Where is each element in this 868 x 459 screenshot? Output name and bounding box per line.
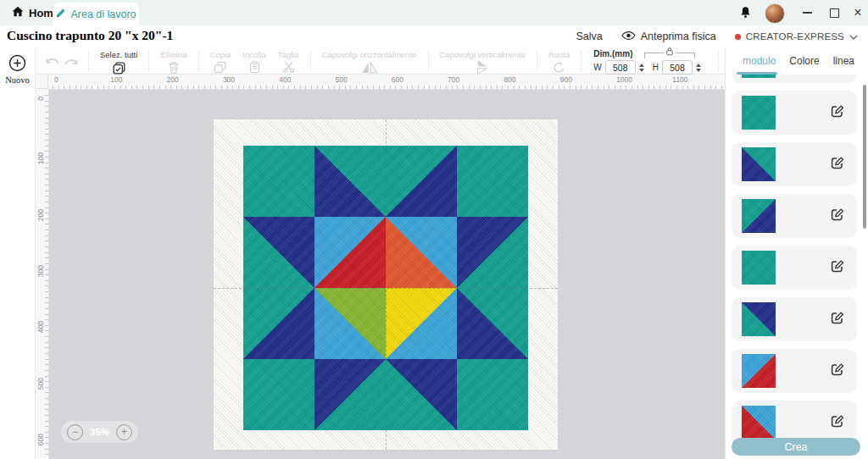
zoom-in-button[interactable]: + — [116, 424, 132, 440]
create-button[interactable]: Crea — [732, 438, 860, 456]
cut-button[interactable]: Taglia — [272, 47, 305, 74]
edit-module-icon[interactable] — [829, 207, 845, 225]
quilt-cell-triangle — [314, 288, 386, 359]
app-window: Home Area di lavoro × Cuscino trapunto 2… — [0, 0, 868, 459]
v-ruler-label: 200 — [36, 209, 45, 221]
center-guide-vertical — [386, 119, 387, 450]
module-card[interactable] — [732, 194, 857, 238]
module-thumbnail — [742, 354, 776, 388]
rotate-icon — [553, 61, 565, 74]
restore-window-button[interactable] — [822, 0, 846, 25]
quilt-cell[interactable] — [314, 359, 386, 430]
rotate-button[interactable]: Ruota — [542, 47, 576, 74]
canvas[interactable]: − 35% + — [48, 89, 725, 459]
quilt-cell[interactable] — [243, 359, 314, 430]
machine-name: CREATOR-EXPRESS — [746, 31, 844, 41]
zoom-level: 35% — [90, 427, 109, 437]
quilt-cell[interactable] — [243, 288, 314, 359]
flip-horizontal-label: Capovolgi orizzontalmente — [322, 50, 417, 59]
copy-icon — [214, 61, 226, 74]
quilt-cell[interactable] — [386, 288, 457, 359]
module-thumbnail — [742, 302, 776, 336]
undo-icon[interactable] — [44, 53, 60, 69]
tab-linea[interactable]: linea — [833, 55, 854, 67]
save-button[interactable]: Salva — [576, 30, 602, 42]
module-thumbnail-triangle — [742, 406, 776, 440]
delete-label: Elimina — [160, 50, 186, 59]
scissors-icon — [282, 61, 295, 74]
tab-modulo[interactable]: modulo — [743, 55, 776, 67]
physical-preview-button[interactable]: Anteprima fisica — [621, 30, 716, 43]
edit-module-icon[interactable] — [829, 258, 845, 277]
flip-vertical-button[interactable]: Capovolgi verticalmente — [434, 47, 531, 74]
module-card[interactable] — [732, 297, 857, 341]
quilt-cell[interactable] — [457, 288, 528, 359]
height-input[interactable]: 508 — [662, 60, 693, 75]
module-thumbnail-triangle — [742, 199, 776, 233]
quilt-cell-triangle — [457, 288, 528, 359]
module-thumbnail-triangle — [742, 302, 776, 336]
edit-module-icon[interactable] — [829, 362, 845, 380]
h-ruler-label: 500 — [336, 75, 348, 84]
edit-module-icon[interactable] — [829, 155, 845, 174]
minimize-button[interactable] — [795, 0, 819, 25]
quilt-cell[interactable] — [243, 217, 314, 288]
quilt-cell[interactable] — [457, 359, 528, 430]
v-ruler: 0100200300400500600 — [36, 89, 49, 459]
quilt-cell[interactable] — [386, 217, 457, 288]
copy-button[interactable]: Copia — [204, 47, 237, 74]
zoom-control: − 35% + — [61, 421, 138, 443]
header-bar: Cuscino trapunto 20 "x 20"-1 Salva Antep… — [0, 25, 868, 47]
notifications-bell-icon[interactable] — [739, 6, 752, 23]
workspace-tab-label: Area di lavoro — [70, 8, 136, 20]
module-card-partial[interactable] — [732, 75, 857, 83]
flip-vertical-label: Capovolgi verticalmente — [440, 50, 526, 59]
close-button[interactable]: × — [848, 0, 868, 25]
module-thumbnail — [742, 251, 776, 285]
width-label: W — [593, 63, 601, 72]
module-list — [726, 75, 868, 459]
quilt-cell-triangle — [386, 217, 457, 288]
module-card[interactable] — [732, 246, 857, 290]
edit-module-icon[interactable] — [829, 413, 845, 432]
edit-module-icon[interactable] — [829, 310, 845, 329]
aspect-link-bracket — [644, 53, 695, 58]
h-ruler-label: 0 — [54, 75, 58, 84]
quilt-cell-triangle — [243, 217, 314, 288]
height-stepper[interactable] — [696, 64, 701, 72]
tab-workspace[interactable]: Area di lavoro — [53, 3, 139, 25]
module-card[interactable] — [732, 142, 857, 186]
lock-icon[interactable] — [664, 47, 676, 58]
quilt-cell[interactable] — [314, 288, 386, 359]
delete-button[interactable]: Elimina — [154, 47, 192, 74]
module-thumbnail — [742, 147, 776, 181]
quilt-cell[interactable] — [457, 146, 528, 217]
copy-label: Copia — [210, 50, 231, 59]
quilt-cell[interactable] — [243, 146, 314, 217]
quilt-cell[interactable] — [386, 359, 457, 430]
edit-module-icon[interactable] — [829, 103, 845, 122]
dimensions-label: Dim.(mm) — [593, 49, 632, 58]
flip-horizontal-button[interactable]: Capovolgi orizzontalmente — [316, 47, 423, 74]
width-input[interactable]: 508 — [605, 60, 636, 75]
zoom-out-button[interactable]: − — [67, 424, 83, 440]
cut-label: Taglia — [278, 50, 299, 59]
quilt-cell[interactable] — [386, 146, 457, 217]
module-card[interactable] — [732, 349, 857, 393]
tab-colore[interactable]: Colore — [789, 55, 819, 67]
machine-selector[interactable]: CREATOR-EXPRESS — [735, 30, 858, 42]
panel-scrollbar[interactable] — [863, 85, 866, 229]
paste-button[interactable]: Incolla — [236, 47, 271, 74]
select-all-button[interactable]: Selez. tutti — [94, 47, 143, 74]
redo-icon[interactable] — [64, 55, 80, 66]
module-card[interactable] — [732, 91, 857, 135]
h-ruler-label: 600 — [392, 75, 403, 84]
trash-icon — [168, 61, 180, 74]
new-button[interactable]: Nuovo — [0, 54, 35, 85]
v-ruler-label: 100 — [36, 152, 45, 164]
user-avatar[interactable] — [765, 3, 785, 24]
quilt-cell[interactable] — [314, 217, 386, 288]
width-stepper[interactable] — [639, 64, 644, 72]
quilt-cell[interactable] — [314, 146, 386, 217]
quilt-cell[interactable] — [457, 217, 528, 288]
